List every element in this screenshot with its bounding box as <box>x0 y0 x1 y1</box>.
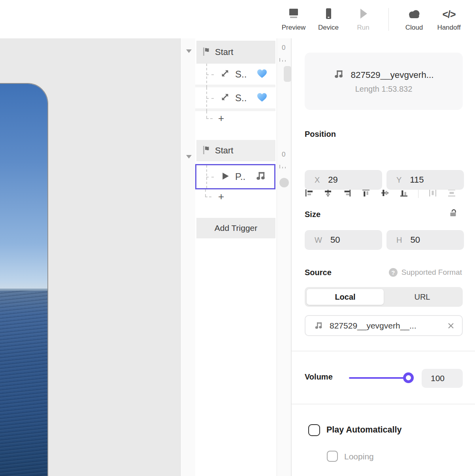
scale-icon <box>220 92 230 104</box>
size-unlock-icon[interactable] <box>449 208 458 219</box>
tree-connector <box>206 177 214 178</box>
tree-connector <box>206 64 207 87</box>
looping-label: Looping <box>344 452 374 461</box>
plus-icon: + <box>218 193 224 200</box>
position-y-field[interactable]: Y 115 <box>386 170 464 190</box>
flag-icon <box>202 145 211 157</box>
response-row-scale-2[interactable]: S.. <box>195 87 275 111</box>
trigger-collapse-gutter <box>180 38 195 476</box>
volume-value-field[interactable]: 100 <box>422 369 463 388</box>
tree-connector <box>206 111 207 118</box>
play-automatically-checkbox[interactable] <box>308 424 320 436</box>
position-x-field[interactable]: X 29 <box>305 170 382 190</box>
collapse-chevron-icon[interactable] <box>186 155 192 159</box>
trigger-list-panel: Start S.. S.. + Start <box>195 38 277 476</box>
y-value: 115 <box>410 175 424 185</box>
add-response-row-1[interactable]: + <box>195 111 275 125</box>
add-trigger-button[interactable]: Add Trigger <box>196 218 275 238</box>
timeline-zero-label: 0 <box>282 151 285 159</box>
supported-format-link[interactable]: ? Supported Format <box>389 268 462 277</box>
clear-file-icon[interactable] <box>447 322 455 330</box>
device-preview-frame[interactable] <box>0 83 48 476</box>
tree-connector <box>206 87 207 111</box>
flag-icon <box>202 46 211 58</box>
tab-local[interactable]: Local <box>307 289 384 305</box>
canvas-area[interactable] <box>0 38 180 476</box>
handoff-button[interactable]: </> Handoff <box>432 7 466 32</box>
ocean-photo-sea <box>0 291 47 476</box>
audio-file-card: 827529__yevgverh... Length 1:53.832 <box>305 53 463 110</box>
collapse-chevron-icon[interactable] <box>186 49 192 53</box>
timeline-zero-label: 0 <box>282 44 285 52</box>
timeline-ticks <box>279 58 286 62</box>
tree-connector <box>205 196 211 197</box>
trigger-header-start-1[interactable]: Start <box>196 41 275 64</box>
response-label: S.. <box>235 93 247 104</box>
y-label: Y <box>396 176 401 185</box>
handoff-label: Handoff <box>437 24 460 32</box>
preview-button[interactable]: Preview <box>276 7 311 32</box>
size-w-field[interactable]: W 50 <box>305 230 382 250</box>
toolbar-divider <box>388 8 389 31</box>
section-divider <box>292 404 475 404</box>
run-play-icon <box>358 7 369 20</box>
add-response-row-2[interactable]: + <box>195 189 275 204</box>
music-note-layer-icon <box>255 170 266 183</box>
top-toolbar: Preview Device Run Cloud </> Handoff <box>0 0 475 38</box>
handoff-code-icon: </> <box>442 7 455 20</box>
timeline-ticks <box>279 165 286 168</box>
trigger-header-start-2[interactable]: Start <box>196 140 275 161</box>
music-note-icon <box>314 321 323 330</box>
section-divider <box>292 351 475 351</box>
size-h-field[interactable]: H 50 <box>386 230 464 250</box>
properties-panel: 827529__yevgverh... Length 1:53.832 Posi… <box>291 38 475 476</box>
play-response-icon <box>220 171 230 183</box>
cloud-label: Cloud <box>405 24 423 32</box>
timeline-scrollbar-thumb[interactable] <box>284 66 291 82</box>
cloud-button[interactable]: Cloud <box>397 7 432 32</box>
preview-label: Preview <box>282 24 305 32</box>
response-label: P.. <box>235 171 245 182</box>
run-label: Run <box>357 24 369 32</box>
music-note-icon <box>334 69 344 81</box>
play-automatically-label: Play Automatically <box>326 425 401 435</box>
audio-file-title: 827529__yevgverh... <box>351 70 434 80</box>
tree-connector <box>206 74 214 75</box>
tree-connector <box>205 189 206 196</box>
volume-label: Volume <box>305 372 333 382</box>
help-icon: ? <box>389 268 398 277</box>
volume-slider-handle[interactable] <box>403 372 414 383</box>
trigger-title: Start <box>215 145 233 156</box>
device-phone-icon <box>323 7 334 20</box>
response-row-play-sound-selected[interactable]: P.. <box>195 164 275 189</box>
source-file-field[interactable]: 827529__yevgverh__... <box>305 315 463 336</box>
h-value: 50 <box>410 235 420 245</box>
source-file-name: 827529__yevgverh__... <box>330 321 417 331</box>
w-label: W <box>315 236 322 245</box>
tree-connector <box>206 118 213 119</box>
scale-icon <box>220 68 230 80</box>
supported-format-text: Supported Format <box>401 268 462 277</box>
volume-slider-track[interactable] <box>349 377 408 379</box>
run-button[interactable]: Run <box>346 7 381 32</box>
cloud-icon <box>407 7 421 20</box>
device-button[interactable]: Device <box>311 7 346 32</box>
source-segmented-control: Local URL <box>305 287 463 307</box>
preview-monitor-icon <box>288 7 300 20</box>
blue-heart-layer-icon <box>256 92 268 104</box>
ocean-photo-sky <box>0 84 47 289</box>
blue-heart-layer-icon <box>256 68 268 80</box>
size-section-label: Size <box>305 210 320 219</box>
x-value: 29 <box>328 175 337 185</box>
response-row-scale-1[interactable]: S.. <box>195 64 275 87</box>
timeline-column: 0 0 <box>277 38 291 476</box>
trigger-title: Start <box>215 47 233 57</box>
toolbar-items: Preview Device Run Cloud </> Handoff <box>276 0 466 38</box>
response-label: S.. <box>235 69 247 80</box>
timeline-response-dot[interactable] <box>279 178 289 187</box>
tab-url[interactable]: URL <box>384 289 461 305</box>
w-value: 50 <box>330 235 340 245</box>
looping-checkbox[interactable] <box>327 451 338 462</box>
source-section-label: Source <box>305 268 332 277</box>
audio-file-length: Length 1:53.832 <box>355 85 413 94</box>
